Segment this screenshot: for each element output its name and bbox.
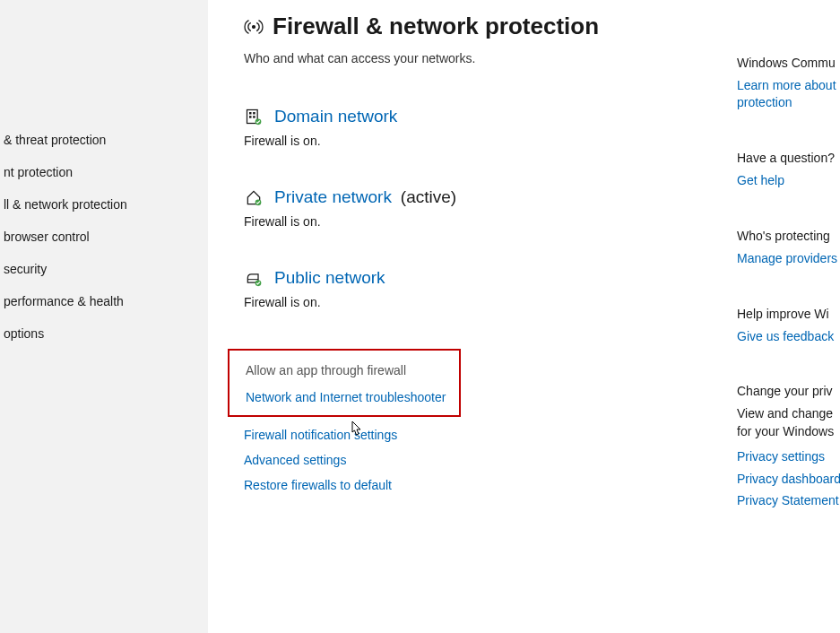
- restore-firewalls-link[interactable]: Restore firewalls to default: [244, 478, 710, 492]
- question-block: Have a question? Get help: [737, 151, 840, 189]
- svg-point-0: [253, 25, 255, 28]
- sidebar: & threat protection nt protection ll & n…: [0, 0, 208, 633]
- sidebar-item-performance-health[interactable]: performance & health: [0, 285, 208, 317]
- public-network-status: Firewall is on.: [244, 295, 710, 309]
- question-heading: Have a question?: [737, 151, 840, 165]
- private-network-section: Private network (active) Firewall is on.: [244, 187, 710, 229]
- domain-network-status: Firewall is on.: [244, 134, 710, 148]
- learn-more-link[interactable]: Learn more about protection: [737, 77, 840, 111]
- public-network-link[interactable]: Public network: [274, 268, 385, 288]
- community-heading: Windows Commu: [737, 56, 840, 70]
- privacy-heading: Change your priv: [737, 384, 840, 398]
- allow-app-through-firewall-link[interactable]: Allow an app through firewall: [246, 363, 459, 377]
- main-content: Firewall & network protection Who and wh…: [244, 13, 710, 503]
- firewall-notification-settings-link[interactable]: Firewall notification settings: [244, 428, 710, 442]
- public-network-section: Public network Firewall is on.: [244, 268, 710, 309]
- svg-rect-3: [253, 112, 255, 115]
- private-network-suffix: (active): [401, 187, 456, 206]
- sidebar-item-device-security[interactable]: security: [0, 253, 208, 285]
- right-pane: Windows Commu Learn more about protectio…: [737, 56, 840, 549]
- domain-network-link[interactable]: Domain network: [274, 107, 397, 126]
- improve-block: Help improve Wi Give us feedback: [737, 307, 840, 345]
- highlighted-links-box: Allow an app through firewall Network an…: [228, 349, 461, 417]
- page-subtitle: Who and what can access your networks.: [244, 51, 710, 65]
- protecting-block: Who's protecting Manage providers: [737, 229, 840, 267]
- improve-heading: Help improve Wi: [737, 307, 840, 321]
- broadcast-icon: [244, 17, 264, 37]
- privacy-statement-link[interactable]: Privacy Statement: [737, 492, 840, 509]
- page-title-row: Firewall & network protection: [244, 13, 710, 40]
- sidebar-item-threat-protection[interactable]: & threat protection: [0, 124, 208, 156]
- domain-network-icon: [244, 107, 264, 126]
- sidebar-item-browser-control[interactable]: browser control: [0, 221, 208, 253]
- domain-network-section: Domain network Firewall is on.: [244, 107, 710, 148]
- svg-rect-4: [249, 116, 252, 118]
- privacy-block: Change your priv View and change for you…: [737, 384, 840, 509]
- get-help-link[interactable]: Get help: [737, 172, 840, 189]
- protecting-heading: Who's protecting: [737, 229, 840, 243]
- svg-rect-5: [253, 116, 255, 118]
- private-network-link[interactable]: Private network: [274, 187, 392, 206]
- private-network-icon: [244, 187, 264, 207]
- community-block: Windows Commu Learn more about protectio…: [737, 56, 840, 111]
- private-network-status: Firewall is on.: [244, 214, 710, 229]
- privacy-dashboard-link[interactable]: Privacy dashboard: [737, 471, 840, 488]
- sidebar-item-account-protection[interactable]: nt protection: [0, 156, 208, 188]
- manage-providers-link[interactable]: Manage providers: [737, 250, 840, 267]
- privacy-settings-link[interactable]: Privacy settings: [737, 448, 840, 465]
- public-network-icon: [244, 268, 264, 288]
- privacy-description: View and change for your Windows: [737, 405, 840, 440]
- sidebar-item-family-options[interactable]: options: [0, 317, 208, 350]
- give-feedback-link[interactable]: Give us feedback: [737, 328, 840, 345]
- advanced-settings-link[interactable]: Advanced settings: [244, 453, 710, 467]
- page-title: Firewall & network protection: [273, 13, 599, 40]
- sidebar-item-firewall-network[interactable]: ll & network protection: [0, 188, 208, 221]
- network-troubleshooter-link[interactable]: Network and Internet troubleshooter: [246, 390, 459, 404]
- svg-rect-2: [249, 112, 252, 115]
